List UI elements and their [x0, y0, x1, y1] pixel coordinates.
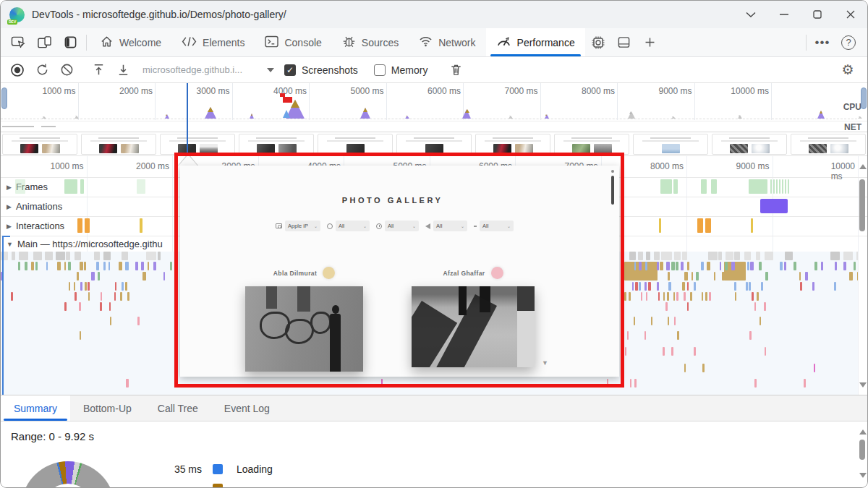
flame-bar[interactable] [120, 292, 122, 301]
flame-bar[interactable] [80, 331, 81, 340]
flame-bar[interactable] [142, 272, 146, 281]
flame-bar[interactable] [671, 347, 673, 356]
flame-bar[interactable] [114, 292, 116, 301]
flame-bar[interactable] [696, 272, 699, 281]
flame-bar[interactable] [84, 262, 86, 270]
gallery-filter[interactable]: All⌄ [376, 221, 419, 231]
flame-bar[interactable] [88, 292, 90, 301]
flame-bar[interactable] [682, 252, 687, 260]
flame-bar[interactable] [765, 347, 766, 356]
capture-settings-gear-icon[interactable]: ⚙ [835, 61, 860, 78]
drawer-icon[interactable] [611, 28, 637, 56]
flame-bar[interactable] [676, 292, 678, 301]
more-tools-plus-icon[interactable] [637, 28, 663, 56]
inspect-icon[interactable] [5, 28, 31, 56]
flame-bar[interactable] [18, 262, 20, 270]
filmstrip-frame[interactable] [475, 134, 550, 155]
frame-block[interactable] [749, 179, 767, 194]
flame-bar[interactable] [765, 272, 768, 281]
flame-bar[interactable] [722, 272, 725, 281]
flame-bar[interactable] [64, 302, 67, 311]
timeline-overview[interactable]: CPU NET 1000 ms2000 ms3000 ms4000 ms5000… [1, 83, 867, 132]
flame-bar[interactable] [657, 282, 660, 291]
collapse-triangle-icon[interactable]: ▶ [7, 203, 12, 210]
flame-bar[interactable] [805, 272, 808, 281]
flame-bar[interactable] [785, 252, 793, 260]
flame-bar[interactable] [80, 282, 83, 291]
flame-bar[interactable] [650, 262, 652, 270]
flame-bar[interactable] [720, 262, 721, 270]
flame-bar[interactable] [702, 364, 705, 372]
flame-bar[interactable] [687, 262, 689, 270]
flame-bar[interactable] [101, 292, 102, 301]
flame-bar[interactable] [646, 252, 650, 260]
flame-bar[interactable] [684, 292, 686, 301]
flame-bar[interactable] [635, 282, 638, 291]
flame-bar[interactable] [75, 292, 77, 301]
flame-bar[interactable] [747, 262, 749, 270]
flame-bar[interactable] [125, 262, 128, 270]
flame-bar[interactable] [681, 262, 683, 270]
animation-block[interactable] [760, 199, 788, 213]
flame-bar[interactable] [752, 292, 754, 301]
flame-bar[interactable] [625, 347, 626, 356]
flame-bar[interactable] [631, 262, 633, 270]
interaction-bar[interactable] [85, 218, 90, 233]
scrollbar-thumb[interactable] [859, 179, 865, 231]
flame-bar[interactable] [702, 292, 703, 301]
filmstrip-frame[interactable] [160, 134, 235, 155]
flame-bar[interactable] [170, 262, 172, 270]
flame-bar[interactable] [694, 347, 696, 356]
flame-bar[interactable] [146, 252, 156, 260]
flame-bar[interactable] [736, 262, 739, 270]
flame-bar[interactable] [734, 252, 740, 260]
flame-bar[interactable] [127, 292, 129, 301]
flame-bar[interactable] [765, 252, 773, 260]
frame-block[interactable] [15, 179, 25, 194]
flame-bar[interactable] [621, 292, 623, 301]
flame-bar[interactable] [814, 364, 815, 372]
flame-bar[interactable] [175, 262, 178, 270]
flame-bar[interactable] [800, 282, 802, 291]
flame-bar[interactable] [684, 364, 686, 372]
interaction-bar[interactable] [659, 218, 661, 233]
flame-bar[interactable] [57, 262, 61, 270]
flame-bar[interactable] [644, 331, 646, 340]
filmstrip-frame[interactable] [633, 134, 708, 155]
gallery-filter[interactable]: All⌄ [474, 221, 514, 231]
flame-bar[interactable] [674, 317, 676, 325]
filmstrip-frame[interactable] [81, 134, 156, 155]
frame-block[interactable] [701, 179, 707, 194]
flame-bar[interactable] [644, 282, 646, 291]
gallery-filter[interactable]: All⌄ [327, 221, 370, 231]
flame-bar[interactable] [31, 262, 34, 270]
flame-bar[interactable] [88, 282, 90, 291]
flame-bar[interactable] [709, 292, 710, 301]
flame-bar[interactable] [674, 252, 681, 260]
frame-block[interactable] [779, 179, 780, 194]
frame-block[interactable] [80, 179, 84, 194]
profile-dropdown-caret[interactable] [267, 68, 274, 72]
frame-block[interactable] [660, 179, 672, 194]
bottom-tab-call-tree[interactable]: Call Tree [145, 395, 211, 421]
flame-bar[interactable] [74, 282, 75, 291]
tab-elements[interactable]: Elements [171, 28, 255, 56]
interaction-bar[interactable] [140, 218, 142, 233]
filter-select[interactable]: All⌄ [480, 221, 514, 231]
flame-bar[interactable] [119, 262, 122, 270]
flame-bar[interactable] [673, 292, 675, 301]
flame-bar[interactable] [645, 262, 647, 270]
flame-bar[interactable] [665, 302, 668, 311]
filmstrip-frame[interactable] [239, 134, 314, 155]
frame-block[interactable] [782, 179, 783, 194]
flame-bar[interactable] [77, 272, 79, 281]
scroll-up-arrow[interactable] [859, 429, 867, 435]
flame-bar[interactable] [754, 379, 757, 388]
flame-bar[interactable] [45, 252, 53, 260]
flame-bar[interactable] [671, 262, 675, 270]
flame-bar[interactable] [66, 252, 70, 260]
flame-bar[interactable] [668, 317, 670, 325]
flame-bar[interactable] [804, 379, 806, 388]
frame-block[interactable] [770, 179, 772, 194]
maximize-button[interactable] [801, 1, 834, 28]
